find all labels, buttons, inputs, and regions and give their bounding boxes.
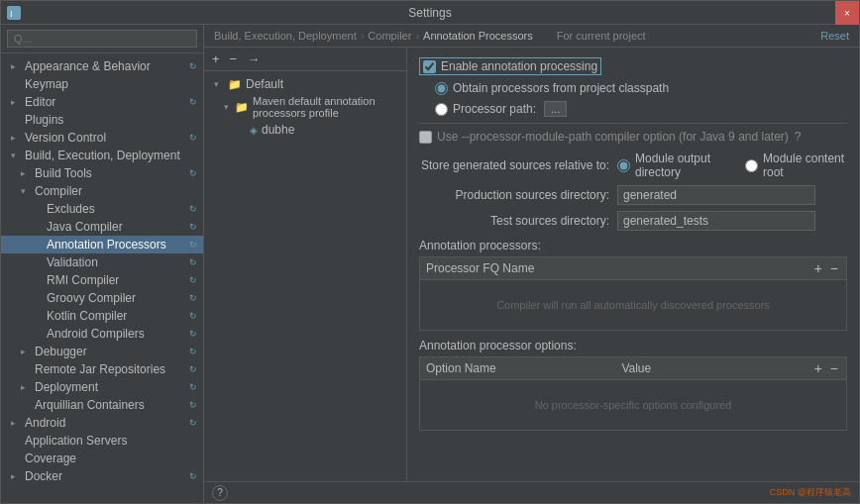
enable-annotation-checkbox[interactable] [423,60,436,73]
profile-tree: ▾ 📁 Default ▾ 📁 Maven default annotation… [204,71,406,481]
breadcrumb-current: Annotation Processors [423,30,533,42]
folder-icon: 📁 [235,101,249,114]
sidebar-label: Compiler [35,184,82,198]
sidebar-item-editor[interactable]: ▸ Editor ↻ [1,93,203,111]
profile-label: Maven default annotation processors prof… [253,95,400,119]
search-input[interactable] [7,30,197,48]
sidebar-item-remote-jar[interactable]: Remote Jar Repositories ↻ [1,360,203,378]
sidebar-item-android[interactable]: ▸ Android ↻ [1,414,203,432]
remove-profile-button[interactable]: − [227,50,241,67]
remove-option-button[interactable]: − [828,360,840,376]
sidebar-item-debugger[interactable]: ▸ Debugger ↻ [1,343,203,360]
sidebar-item-groovy[interactable]: Groovy Compiler ↻ [1,289,203,307]
store-generated-row: Store generated sources relative to: Mod… [419,151,847,179]
sync-icon: ↻ [189,400,197,410]
sidebar-label: Build, Execution, Deployment [25,149,180,162]
add-option-button[interactable]: + [812,360,824,376]
sidebar-item-app-servers[interactable]: Application Servers [1,432,203,450]
module-output-radio[interactable] [617,159,630,172]
sidebar-item-excludes[interactable]: Excludes ↻ [1,200,203,218]
arrow-icon: ▸ [11,471,21,481]
profile-item-maven[interactable]: ▾ 📁 Maven default annotation processors … [204,93,406,121]
obtain-processors-radio-label[interactable]: Obtain processors from project classpath [435,81,669,95]
sidebar-item-deployment[interactable]: ▸ Deployment ↻ [1,378,203,396]
sidebar-item-kotlin[interactable]: Kotlin Compiler ↻ [1,307,203,325]
sidebar-item-arquillian[interactable]: Arquillian Containers ↻ [1,396,203,414]
window-title: Settings [408,6,451,20]
processor-path-radio-label[interactable]: Processor path: [435,102,536,116]
sidebar-item-docker[interactable]: ▸ Docker ↻ [1,467,203,485]
processor-path-radio[interactable] [435,103,448,116]
footer: ? CSDN @程序猿老高 [204,481,859,503]
sidebar-label: Build Tools [35,166,92,180]
processor-fq-name-column: Processor FQ Name [426,261,534,275]
help-button[interactable]: ? [212,485,228,501]
for-current-project: For current project [557,30,646,42]
module-content-radio-label[interactable]: Module content root [745,151,847,179]
sidebar-label: Excludes [47,202,95,216]
add-profile-button[interactable]: + [209,50,223,67]
use-processor-module-checkbox-label[interactable]: Use --processor-module-path compiler opt… [419,130,789,144]
sidebar-item-compiler[interactable]: ▾ Compiler [1,182,203,200]
reset-button[interactable]: Reset [820,30,849,42]
sidebar-item-vcs[interactable]: ▸ Version Control ↻ [1,129,203,147]
obtain-processors-radio[interactable] [435,82,448,95]
sidebar-label: Debugger [35,345,87,358]
profile-item-dubhe[interactable]: ◈ dubhe [204,121,406,139]
use-processor-module-row: Use --processor-module-path compiler opt… [419,130,847,144]
sidebar-label: Version Control [25,131,106,145]
add-processor-button[interactable]: + [812,260,824,276]
store-generated-label: Store generated sources relative to: [419,158,617,172]
profile-label: Default [246,77,283,91]
annotation-options-section-label: Annotation processor options: [419,339,847,353]
settings-area: + − → ▾ 📁 Default ▾ 📁 Maven d [204,48,859,481]
help-icon: ? [795,130,802,144]
production-sources-row: Production sources directory: [419,185,847,205]
sidebar-label: RMI Compiler [47,273,119,287]
sidebar-item-validation[interactable]: Validation ↻ [1,253,203,271]
sidebar-item-keymap[interactable]: Keymap [1,75,203,93]
arrow-icon: ▾ [21,186,31,196]
close-button[interactable]: × [835,1,859,25]
sync-icon: ↻ [189,222,197,232]
right-panel: Build, Execution, Deployment › Compiler … [204,25,859,503]
watermark: CSDN @程序猿老高 [770,486,851,499]
profile-item-default[interactable]: ▾ 📁 Default [204,75,406,93]
navigate-profile-button[interactable]: → [244,50,263,67]
svg-text:I: I [10,9,13,19]
sync-icon: ↻ [189,61,197,71]
sidebar-label: Appearance & Behavior [25,59,151,73]
processor-path-browse-button[interactable]: ... [544,101,567,117]
sidebar-label: Docker [25,469,62,483]
sidebar-item-annotation-processors[interactable]: Annotation Processors ↻ [1,236,203,253]
sidebar-item-build[interactable]: ▾ Build, Execution, Deployment [1,147,203,164]
remove-processor-button[interactable]: − [828,260,840,276]
sync-icon: ↻ [189,133,197,143]
sidebar-item-plugins[interactable]: Plugins [1,111,203,129]
sidebar-label: Application Servers [25,434,127,448]
sidebar-item-build-tools[interactable]: ▸ Build Tools ↻ [1,164,203,182]
sync-icon: ↻ [189,240,197,250]
sidebar: ▸ Appearance & Behavior ↻ Keymap ▸ Edito… [1,25,204,503]
breadcrumb-part1: Build, Execution, Deployment [214,30,357,42]
sidebar-label: Editor [25,95,55,109]
use-processor-module-checkbox[interactable] [419,131,432,144]
sidebar-item-rmi[interactable]: RMI Compiler ↻ [1,271,203,289]
annotation-processors-table-header: Processor FQ Name + − [420,257,846,280]
annotation-table-actions: + − [812,260,840,276]
test-sources-input[interactable] [617,211,815,231]
arrow-icon: ▾ [11,151,21,160]
production-sources-label: Production sources directory: [419,188,617,202]
sidebar-label: Android Compilers [47,327,145,341]
module-output-radio-label[interactable]: Module output directory [617,151,735,179]
enable-annotation-label: Enable annotation processing [441,59,597,73]
sync-icon: ↻ [189,382,197,392]
module-content-radio[interactable] [745,159,758,172]
module-icon: ◈ [250,125,258,136]
sidebar-item-coverage[interactable]: Coverage [1,450,203,467]
sidebar-item-appearance[interactable]: ▸ Appearance & Behavior ↻ [1,57,203,75]
enable-annotation-checkbox-label[interactable]: Enable annotation processing [419,57,601,75]
sidebar-item-java-compiler[interactable]: Java Compiler ↻ [1,218,203,236]
sidebar-item-android-compilers[interactable]: Android Compilers ↻ [1,325,203,343]
production-sources-input[interactable] [617,185,815,205]
